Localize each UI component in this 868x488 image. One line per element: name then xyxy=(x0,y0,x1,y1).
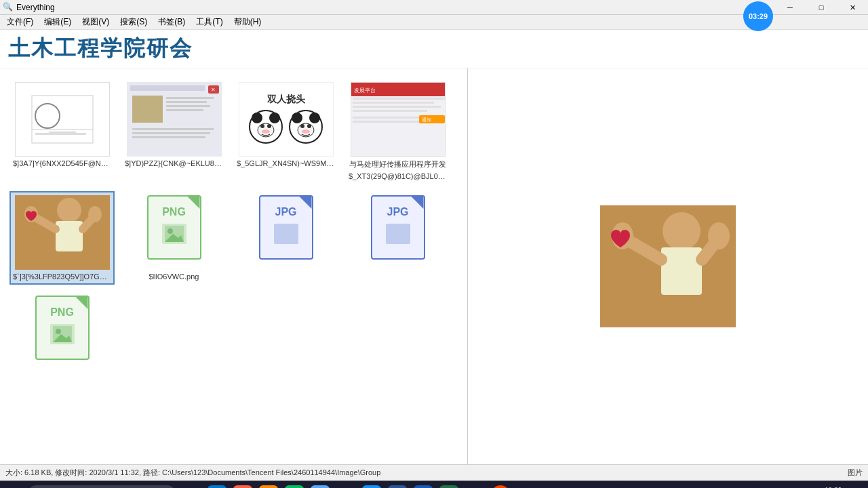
list-item[interactable]: PNG $IIO6VWC.png xyxy=(121,191,226,285)
taskbar: 🔍 在这里输入你要搜索的内容 🎤 ⊞ 🏪 📷 🧡 💬 ☁ 🦊 💬 W xyxy=(0,481,868,488)
svg-point-30 xyxy=(307,124,311,128)
status-bar-type: 图片 xyxy=(822,468,863,478)
orange-icon[interactable]: 🧡 xyxy=(256,483,281,489)
file-name: $IIO6VWC.png xyxy=(149,272,199,281)
svg-rect-12 xyxy=(166,101,207,103)
svg-point-24 xyxy=(262,129,270,134)
list-item[interactable]: 双人挠头 xyxy=(233,78,338,184)
list-item[interactable]: $`]3[%3LFP823Q5V]]O7G@V.jpg xyxy=(9,191,115,285)
file-grid: $]3A7]Y{6NXX2D545F@NWFQ,j... ✕ xyxy=(7,75,460,380)
green-icon[interactable]: 💬 xyxy=(282,483,307,489)
svg-rect-10 xyxy=(132,96,163,123)
clock-overlay: 03:29 xyxy=(743,1,773,31)
file-thumbnail xyxy=(15,82,110,157)
search2-icon[interactable]: 🔍 xyxy=(488,483,513,489)
taskbar-search[interactable]: 🔍 在这里输入你要搜索的内容 🎤 xyxy=(27,485,176,489)
svg-point-54 xyxy=(56,329,61,334)
svg-rect-58 xyxy=(661,247,702,295)
menu-tools[interactable]: 工具(T) xyxy=(191,15,228,29)
menu-edit[interactable]: 编辑(E) xyxy=(39,15,77,29)
main-area: $]3A7]Y{6NXX2D545F@NWFQ,j... ✕ xyxy=(0,68,868,464)
png-icon-2: PNG xyxy=(32,296,93,370)
svg-rect-11 xyxy=(166,97,214,99)
svg-text:发展平台: 发展平台 xyxy=(354,87,376,94)
menu-bar: 文件(F) 编辑(E) 视图(V) 搜索(S) 书签(B) 工具(T) 帮助(H… xyxy=(0,15,868,30)
word-blue-icon[interactable]: W xyxy=(385,483,410,489)
svg-point-62 xyxy=(708,222,730,249)
list-item[interactable]: 发展平台 通知 与马处理好传播应用程序开发 $_XT3(29Q@)81C) xyxy=(345,78,450,184)
svg-rect-35 xyxy=(353,98,445,100)
jpg-icon: JPG xyxy=(256,195,317,270)
maximize-button[interactable]: □ xyxy=(806,0,837,15)
svg-rect-13 xyxy=(166,105,210,107)
list-item[interactable]: PNG xyxy=(9,291,115,377)
svg-point-44 xyxy=(57,198,81,222)
list-item[interactable]: JPG xyxy=(345,191,450,285)
tray-clock[interactable]: 10:20 2020/3/3 xyxy=(817,486,849,489)
firefox-icon[interactable]: 🦊 xyxy=(334,483,358,489)
png-icon-fold xyxy=(188,197,200,209)
svg-rect-16 xyxy=(132,132,210,134)
title-bar-controls: ─ □ ✕ xyxy=(774,0,868,15)
menu-file[interactable]: 文件(F) xyxy=(1,15,39,29)
file-view-header-area: 土木工程学院研会 xyxy=(0,30,868,68)
photos-icon[interactable]: 📷 xyxy=(231,483,255,489)
panda-row xyxy=(248,108,325,146)
svg-rect-38 xyxy=(353,110,427,112)
chat-icon[interactable]: 💬 xyxy=(359,483,384,489)
clock-time: 03:29 xyxy=(749,12,768,20)
png-icon-fold-2 xyxy=(76,297,88,309)
menu-bookmark[interactable]: 书签(B) xyxy=(153,15,191,29)
svg-point-57 xyxy=(663,212,701,250)
list-item[interactable]: JPG xyxy=(233,191,338,285)
settings-icon[interactable]: ⚙ xyxy=(462,483,487,489)
jpg-icon-image-2 xyxy=(386,224,410,244)
title-bar: 🔍 Everything 03:29 ─ □ ✕ xyxy=(0,0,868,15)
file-thumbnail: JPG xyxy=(239,195,334,270)
file-grid-container: $]3A7]Y{6NXX2D545F@NWFQ,j... ✕ xyxy=(0,68,467,464)
file-thumbnail: JPG xyxy=(351,195,446,270)
minimize-button[interactable]: ─ xyxy=(774,0,806,15)
file-name: $`]3[%3LFP823Q5V]]O7G@V.jpg xyxy=(13,272,111,281)
file-thumbnail: PNG xyxy=(15,296,110,370)
svg-point-23 xyxy=(267,124,271,128)
list-item[interactable]: ✕ xyxy=(121,78,226,184)
app-store-icon[interactable]: 🏪 xyxy=(205,483,229,489)
png-icon-label-2: PNG xyxy=(50,306,74,319)
svg-point-26 xyxy=(292,113,302,123)
svg-text:✕: ✕ xyxy=(211,87,216,93)
svg-rect-17 xyxy=(132,136,205,138)
svg-rect-37 xyxy=(353,106,441,108)
file-name: $]3A7]Y{6NXX2D545F@NWFQ,j... xyxy=(13,159,111,167)
list-item[interactable]: $]3A7]Y{6NXX2D545F@NWFQ,j... xyxy=(9,78,115,184)
svg-point-27 xyxy=(309,113,320,123)
start-button[interactable] xyxy=(3,483,27,489)
svg-point-49 xyxy=(88,206,102,222)
svg-point-51 xyxy=(167,228,173,234)
svg-rect-45 xyxy=(56,221,83,251)
svg-rect-9 xyxy=(130,85,205,91)
png-icon-image-2 xyxy=(50,324,75,344)
svg-rect-0 xyxy=(32,96,93,143)
panda-label: 双人挠头 xyxy=(267,94,305,106)
cloud-icon[interactable]: ☁ xyxy=(308,483,332,489)
file-name: 与马处理好传播应用程序开发 xyxy=(349,159,446,169)
taskview-button[interactable]: ⊞ xyxy=(179,483,203,489)
preview-image xyxy=(600,205,736,327)
menu-search[interactable]: 搜索(S) xyxy=(115,15,153,29)
green2-icon[interactable]: X xyxy=(437,483,461,489)
file-thumbnail xyxy=(15,195,110,270)
png-icon-body: PNG xyxy=(147,195,201,260)
svg-point-31 xyxy=(302,129,310,134)
jpg-icon-label: JPG xyxy=(275,206,296,218)
word-icon[interactable]: W xyxy=(411,483,435,489)
svg-rect-36 xyxy=(353,102,434,104)
jpg-icon-label-2: JPG xyxy=(387,206,408,218)
right-panel xyxy=(468,68,868,464)
file-name: $]YD)PZZ}{CNK@~EKLU8$3D.p... xyxy=(125,159,223,167)
menu-help[interactable]: 帮助(H) xyxy=(229,15,267,29)
png-icon: PNG xyxy=(144,195,205,270)
close-button[interactable]: ✕ xyxy=(837,0,868,15)
png-icon-image xyxy=(162,224,186,244)
menu-view[interactable]: 视图(V) xyxy=(77,15,115,29)
